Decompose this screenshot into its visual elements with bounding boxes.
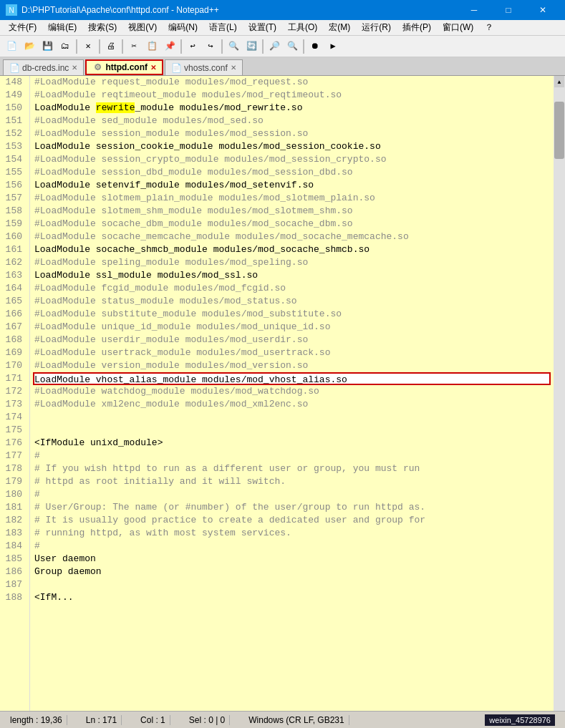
line-number-186: 186 <box>0 566 25 578</box>
code-line-160[interactable]: #LoadModule socache_memcache_module modu… <box>34 230 549 243</box>
code-line-149[interactable]: #LoadModule reqtimeout_module modules/mo… <box>34 89 549 102</box>
menu-file[interactable]: 文件(F) <box>3 20 42 35</box>
code-line-155[interactable]: #LoadModule session_dbd_module modules/m… <box>34 166 549 179</box>
code-line-156[interactable]: LoadModule setenvif_module modules/mod_s… <box>34 179 549 192</box>
code-line-174[interactable] <box>34 411 549 424</box>
menu-bar: 文件(F) 编辑(E) 搜索(S) 视图(V) 编码(N) 语言(L) 设置(T… <box>0 20 565 36</box>
code-line-175[interactable] <box>34 424 549 437</box>
code-line-153[interactable]: LoadModule session_cookie_module modules… <box>34 140 549 153</box>
minimize-button[interactable]: ─ <box>458 0 491 20</box>
separator-2 <box>99 39 100 54</box>
tab-close-db-creds[interactable]: ✕ <box>72 64 77 72</box>
code-line-150[interactable]: LoadModule rewrite_module modules/mod_re… <box>34 102 549 115</box>
tab-close-httpd[interactable]: ✕ <box>150 64 156 72</box>
menu-window[interactable]: 窗口(W) <box>437 20 479 35</box>
menu-edit[interactable]: 编辑(E) <box>42 20 82 35</box>
menu-macros[interactable]: 宏(M) <box>323 20 356 35</box>
code-line-181[interactable]: # User/Group: The name (or #number) of t… <box>34 501 549 514</box>
code-line-165[interactable]: #LoadModule status_module modules/mod_st… <box>34 295 549 308</box>
menu-tools[interactable]: 工具(O) <box>282 20 323 35</box>
code-line-163[interactable]: LoadModule ssl_module modules/mod_ssl.so <box>34 269 549 282</box>
redo-button[interactable]: ↪ <box>202 38 219 55</box>
line-number-176: 176 <box>0 437 25 450</box>
code-line-157[interactable]: #LoadModule slotmem_plain_module modules… <box>34 192 549 205</box>
zoom-in-button[interactable]: 🔎 <box>266 38 283 55</box>
save-button[interactable]: 💾 <box>39 38 56 55</box>
menu-help[interactable]: ？ <box>479 20 499 35</box>
tab-label-vhosts: vhosts.conf <box>184 63 228 73</box>
code-line-186[interactable]: Group daemon <box>34 566 549 578</box>
code-line-172[interactable]: #LoadModule watchdog_module modules/mod_… <box>34 385 549 398</box>
menu-search[interactable]: 搜索(S) <box>82 20 122 35</box>
code-line-173[interactable]: #LoadModule xml2enc_module modules/mod_x… <box>34 398 549 411</box>
code-line-171[interactable]: LoadModule vhost_alias_module modules/mo… <box>33 372 551 385</box>
menu-run[interactable]: 运行(R) <box>356 20 397 35</box>
code-line-151[interactable]: #LoadModule sed_module modules/mod_sed.s… <box>34 115 549 127</box>
code-line-187[interactable] <box>34 578 549 591</box>
tab-close-vhosts[interactable]: ✕ <box>231 64 236 72</box>
maximize-button[interactable]: □ <box>492 0 525 20</box>
code-line-158[interactable]: #LoadModule slotmem_shm_module modules/m… <box>34 205 549 218</box>
tab-vhosts[interactable]: 📄 vhosts.conf ✕ <box>165 59 243 75</box>
code-line-162[interactable]: #LoadModule speling_module modules/mod_s… <box>34 256 549 269</box>
code-line-148[interactable]: #LoadModule request_module modules/mod_r… <box>34 76 549 89</box>
code-line-184[interactable]: # <box>34 540 549 553</box>
code-line-169[interactable]: #LoadModule usertrack_module modules/mod… <box>34 346 549 359</box>
line-number-175: 175 <box>0 424 25 437</box>
menu-view[interactable]: 视图(V) <box>122 20 163 35</box>
code-line-188[interactable]: <IfM... <box>34 591 549 604</box>
run-button[interactable]: ▶ <box>324 38 342 55</box>
line-number-170: 170 <box>0 359 25 372</box>
code-line-161[interactable]: LoadModule socache_shmcb_module modules/… <box>34 243 549 256</box>
undo-button[interactable]: ↩ <box>184 38 201 55</box>
code-line-176[interactable]: <IfModule unixd_module> <box>34 437 549 450</box>
code-line-183[interactable]: # running httpd, as with most system ser… <box>34 527 549 540</box>
macro-button[interactable]: ⏺ <box>306 38 324 55</box>
zoom-out-button[interactable]: 🔍 <box>284 38 301 55</box>
copy-button[interactable]: 📋 <box>143 38 160 55</box>
code-line-179[interactable]: # httpd as root initially and it will sw… <box>34 475 549 488</box>
new-button[interactable]: 📄 <box>3 38 20 55</box>
line-number-148: 148 <box>0 76 25 89</box>
code-line-164[interactable]: #LoadModule fcgid_module modules/mod_fcg… <box>34 282 549 295</box>
line-number-152: 152 <box>0 127 25 140</box>
vertical-scrollbar[interactable]: ▲ <box>554 76 565 711</box>
tab-httpd[interactable]: ⚙ httpd.conf ✕ <box>85 59 163 75</box>
scroll-thumb[interactable] <box>554 102 564 159</box>
scroll-up-button[interactable]: ▲ <box>554 76 564 87</box>
status-sel: Sel : 0 | 0 <box>185 715 230 725</box>
code-line-168[interactable]: #LoadModule userdir_module modules/mod_u… <box>34 334 549 346</box>
line-number-165: 165 <box>0 295 25 308</box>
close-button[interactable]: ✕ <box>526 0 559 20</box>
menu-plugins[interactable]: 插件(P) <box>397 20 437 35</box>
title-controls[interactable]: ─ □ ✕ <box>458 0 559 20</box>
line-number-174: 174 <box>0 411 25 424</box>
code-line-178[interactable]: # If you wish httpd to run as a differen… <box>34 462 549 475</box>
tab-db-creds[interactable]: 📄 db-creds.inc ✕ <box>3 59 84 75</box>
code-line-185[interactable]: User daemon <box>34 553 549 566</box>
code-line-152[interactable]: #LoadModule session_module modules/mod_s… <box>34 127 549 140</box>
code-line-167[interactable]: #LoadModule unique_id_module modules/mod… <box>34 321 549 334</box>
close-button[interactable]: ✕ <box>79 38 97 55</box>
menu-encoding[interactable]: 编码(N) <box>163 20 203 35</box>
code-line-170[interactable]: #LoadModule version_module modules/mod_v… <box>34 359 549 372</box>
code-line-180[interactable]: # <box>34 488 549 501</box>
tab-icon-vhosts: 📄 <box>171 63 181 73</box>
find-button[interactable]: 🔍 <box>225 38 242 55</box>
line-number-185: 185 <box>0 553 25 566</box>
code-line-177[interactable]: # <box>34 450 549 462</box>
code-line-159[interactable]: #LoadModule socache_dbm_module modules/m… <box>34 218 549 230</box>
paste-button[interactable]: 📌 <box>161 38 178 55</box>
code-line-154[interactable]: #LoadModule session_crypto_module module… <box>34 153 549 166</box>
tab-label-db-creds: db-creds.inc <box>22 63 69 73</box>
replace-button[interactable]: 🔄 <box>243 38 260 55</box>
save-all-button[interactable]: 🗂 <box>57 38 74 55</box>
code-editor[interactable]: #LoadModule request_module modules/mod_r… <box>30 76 554 711</box>
cut-button[interactable]: ✂ <box>125 38 143 55</box>
menu-language[interactable]: 语言(L) <box>203 20 243 35</box>
menu-settings[interactable]: 设置(T) <box>243 20 282 35</box>
code-line-166[interactable]: #LoadModule substitute_module modules/mo… <box>34 308 549 321</box>
open-button[interactable]: 📂 <box>21 38 38 55</box>
print-button[interactable]: 🖨 <box>102 38 120 55</box>
code-line-182[interactable]: # It is usually good practice to create … <box>34 514 549 527</box>
